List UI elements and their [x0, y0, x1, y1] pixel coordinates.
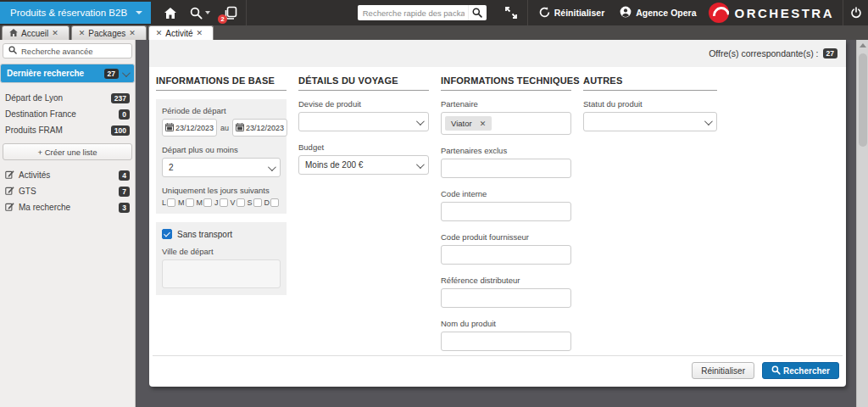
fullscreen-button[interactable]	[498, 0, 524, 25]
edit-list-icon[interactable]	[5, 170, 19, 181]
date-to-input[interactable]: 23/12/2023	[232, 119, 287, 137]
tab-activite[interactable]: ✕ Activité ✕	[148, 25, 214, 40]
edit-list-icon[interactable]	[5, 186, 19, 197]
day-vendredi: V	[231, 198, 245, 207]
tab-close-icon[interactable]: ✕	[52, 29, 58, 37]
sidebar-item-destination-france[interactable]: Destination France 0	[0, 106, 135, 122]
devise-produit-label: Devise de produit	[298, 99, 429, 109]
sans-transport-row[interactable]: Sans transport	[162, 229, 281, 239]
date-to-value: 23/12/2023	[246, 124, 284, 132]
partenaires-exclus-input[interactable]	[441, 159, 571, 178]
logout-button[interactable]	[843, 0, 868, 25]
day-lundi-checkbox[interactable]	[167, 198, 175, 207]
search-submit-button[interactable]: Rechercher	[762, 362, 839, 379]
day-jeudi: J	[214, 198, 228, 207]
day-samedi-checkbox[interactable]	[253, 198, 262, 207]
nom-du-produit-input[interactable]	[441, 332, 571, 351]
advanced-search-label: Recherche avancée	[21, 47, 93, 56]
app-switcher-menu[interactable]: Produits & réservation B2B	[0, 2, 151, 24]
day-jeudi-checkbox[interactable]	[220, 198, 228, 207]
day-dimanche: D	[264, 198, 280, 207]
day-vendredi-checkbox[interactable]	[236, 198, 245, 207]
advanced-search-button[interactable]: Recherche avancée	[3, 43, 132, 59]
quick-search	[358, 5, 487, 20]
sans-transport-checkbox[interactable]	[162, 229, 172, 239]
column-informations-de-base: INFORMATIONS DE BASE Période de départ 2…	[156, 75, 287, 355]
ville-depart-label: Ville de départ	[162, 247, 281, 256]
results-header: Offre(s) correspondante(s) : 27	[149, 40, 846, 67]
partenaire-label: Partenaire	[441, 99, 571, 109]
sidebar-list-ma-recherche[interactable]: Ma recherche 3	[0, 199, 135, 215]
tab-close-icon[interactable]: ✕	[156, 29, 163, 37]
devise-produit-select[interactable]	[298, 112, 429, 131]
section-title: INFORMATIONS DE BASE	[156, 75, 287, 91]
tab-accueil[interactable]: Accueil ✕	[2, 25, 70, 40]
statut-produit-select[interactable]	[583, 112, 717, 131]
reference-distributeur-input[interactable]	[441, 288, 571, 308]
sidebar-list-gts[interactable]: GTS 7	[0, 183, 135, 199]
quick-search-input[interactable]	[358, 8, 468, 18]
sidebar-list-activites[interactable]: Activités 4	[0, 167, 135, 183]
search-menu-button[interactable]	[183, 0, 209, 25]
statut-produit-label: Statut du produit	[583, 99, 717, 109]
code-produit-fournisseur-input[interactable]	[441, 245, 571, 265]
reset-session-button[interactable]: Réinitialiser	[539, 7, 605, 20]
code-interne-label: Code interne	[441, 189, 571, 198]
section-title: INFORMATIONS TECHNIQUES	[441, 75, 571, 91]
notification-badge: 2	[218, 14, 227, 24]
notifications-button[interactable]: 2	[217, 0, 242, 25]
count-badge: 27	[104, 69, 119, 79]
partenaire-input[interactable]: Viator ✕	[441, 112, 571, 135]
day-mardi-checkbox[interactable]	[186, 198, 194, 207]
scrollbar-up-arrow-icon[interactable]	[860, 43, 866, 47]
count-badge: 0	[119, 109, 130, 120]
section-title: AUTRES	[583, 75, 717, 91]
home-icon	[9, 29, 21, 38]
scrollbar-thumb[interactable]	[859, 53, 867, 147]
tab-label: Packages	[88, 29, 125, 38]
results-count-badge: 27	[823, 48, 837, 59]
tab-close-icon[interactable]: ✕	[197, 29, 203, 37]
form-footer: Réinitialiser Rechercher	[153, 355, 843, 387]
search-icon	[8, 46, 21, 56]
count-badge: 237	[111, 93, 130, 103]
edit-list-icon[interactable]	[5, 202, 19, 213]
count-badge: 3	[119, 203, 130, 213]
remove-tag-icon[interactable]: ✕	[480, 120, 487, 128]
day-mardi: M	[178, 198, 194, 207]
tab-packages[interactable]: ✕ Packages ✕	[71, 25, 147, 40]
agency-menu[interactable]: Agence Opera	[620, 6, 696, 20]
create-list-button[interactable]: + Créer une liste	[3, 143, 132, 160]
ville-depart-input[interactable]	[162, 259, 281, 288]
quick-search-button[interactable]	[468, 5, 487, 20]
tab-close-icon[interactable]: ✕	[79, 29, 86, 37]
tab-close-icon[interactable]: ✕	[129, 29, 136, 37]
day-mercredi-checkbox[interactable]	[203, 198, 212, 207]
code-produit-fournisseur-label: Code produit fournisseur	[441, 232, 571, 242]
sidebar-item-derniere-recherche[interactable]: Dernière recherche 27	[0, 64, 135, 83]
day-dimanche-checkbox[interactable]	[270, 198, 279, 207]
budget-select[interactable]: Moins de 200 €	[298, 155, 429, 175]
jours-suivants-label: Uniquement les jours suivants	[162, 186, 281, 195]
depart-plus-moins-select[interactable]: 2	[162, 158, 281, 177]
day-lundi: L	[162, 198, 175, 207]
code-interne-input[interactable]	[441, 202, 571, 221]
sidebar-item-produits-fram[interactable]: Produits FRAM 100	[0, 122, 135, 138]
section-title: DÉTAILS DU VOYAGE	[298, 75, 429, 91]
results-label: Offre(s) correspondante(s) :	[709, 48, 818, 59]
reference-distributeur-label: Référence distributeur	[441, 276, 571, 285]
app-switcher-label: Produits & réservation B2B	[10, 8, 127, 18]
date-from-input[interactable]: 23/12/2023	[162, 119, 217, 137]
search-form: INFORMATIONS DE BASE Période de départ 2…	[149, 67, 846, 355]
depart-plus-moins-label: Départ plus ou moins	[162, 145, 281, 154]
sidebar-item-depart-de-lyon[interactable]: Départ de Lyon 237	[0, 90, 135, 106]
orchestra-logo-text: ORCHESTRA	[734, 6, 834, 20]
page-scrollbar[interactable]	[856, 40, 868, 407]
tab-label: Activité	[165, 29, 192, 38]
column-informations-techniques: INFORMATIONS TECHNIQUES Partenaire Viato…	[441, 75, 571, 355]
home-button[interactable]	[158, 0, 183, 25]
days-checkbox-group: L M M J V S D	[162, 198, 281, 207]
day-samedi: S	[248, 198, 262, 207]
orchestra-logo: ORCHESTRA	[709, 3, 834, 23]
reset-form-button[interactable]: Réinitialiser	[692, 362, 754, 379]
